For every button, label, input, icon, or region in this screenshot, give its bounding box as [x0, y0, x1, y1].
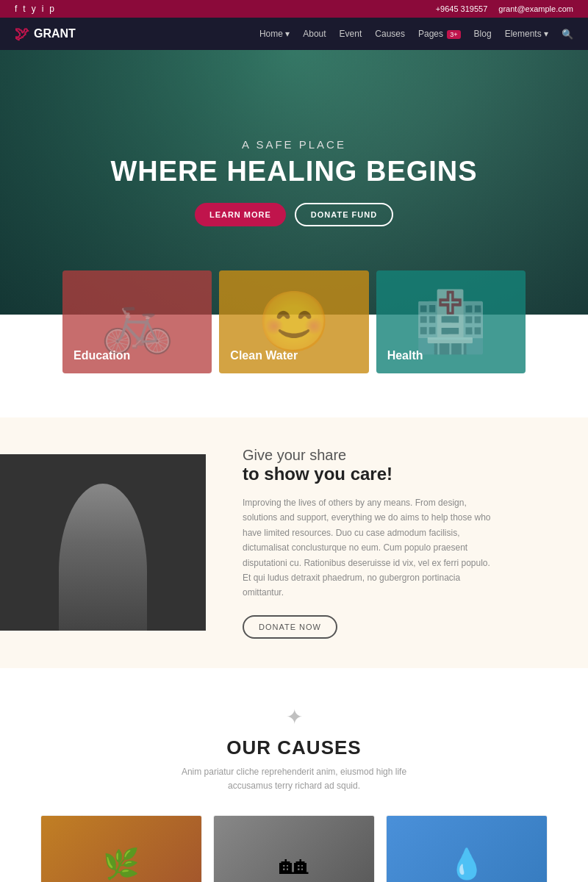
phone-number: +9645 319557 [436, 4, 488, 13]
search-icon[interactable]: 🔍 [562, 29, 573, 40]
instagram-icon[interactable]: i [42, 4, 44, 14]
cause-item-3[interactable]: 💧 68% Get a head start. Donoation Collec… [386, 815, 548, 882]
cause-card-health[interactable]: 🏥 Health [376, 270, 526, 373]
learn-more-button[interactable]: LEARN MORE [195, 203, 286, 226]
social-icons: f t y i p [15, 4, 54, 14]
facebook-icon[interactable]: f [15, 4, 17, 14]
nav-home[interactable]: Home ▾ [259, 29, 290, 39]
youtube-icon[interactable]: y [32, 4, 36, 14]
email-address: grant@example.com [498, 4, 573, 13]
health-label: Health [387, 349, 423, 362]
nav-elements[interactable]: Elements ▾ [505, 29, 548, 39]
pinterest-icon[interactable]: p [49, 4, 54, 14]
causes-section-icon: ✦ [29, 705, 559, 729]
cause-card-education[interactable]: 🚲 Education [62, 270, 212, 373]
child-silhouette [59, 484, 147, 631]
nav-causes[interactable]: Causes [375, 29, 405, 39]
causes-section-description: Anim pariatur cliche reprehenderit anim,… [169, 765, 419, 793]
causes-section: ✦ OUR CAUSES Anim pariatur cliche repreh… [0, 668, 588, 882]
share-image [0, 454, 206, 631]
nav-event[interactable]: Event [340, 29, 362, 39]
cause-item-2[interactable]: 🏘 75% Give so Others can live. Donoation… [213, 815, 375, 882]
cause-cards: 🚲 Education 😊 Clean Water 🏥 Health [59, 270, 529, 373]
causes-grid: 🌿 82% Save AFRICA'S children. Donoation … [29, 815, 559, 882]
share-section: Give your share to show you care! Improv… [0, 417, 588, 668]
share-content: Give your share to show you care! Improv… [206, 417, 588, 668]
nav-blog[interactable]: Blog [474, 29, 492, 39]
brand-logo[interactable]: 🕊 GRANT [15, 26, 76, 43]
education-label: Education [74, 349, 130, 362]
share-tagline-text: Give your share [243, 447, 346, 463]
brand-name: GRANT [34, 27, 76, 40]
share-description: Improving the lives of others by any mea… [243, 495, 500, 600]
cause-image-2: 🏘 [214, 816, 374, 882]
cause-image-3: 💧 [387, 816, 547, 882]
share-tagline-strong: to show you care! [243, 464, 392, 484]
brand-icon: 🕊 [15, 26, 29, 43]
hero-content: A SAFE PLACE WHERE HEALING BEGINS LEARN … [110, 138, 477, 227]
navbar: 🕊 GRANT Home ▾ About Event Causes Pages … [0, 18, 588, 50]
cause-image-1: 🌿 [41, 816, 201, 882]
donate-fund-button[interactable]: DONATE FUND [295, 203, 393, 226]
top-bar: f t y i p +9645 319557 grant@example.com [0, 0, 588, 18]
hero-buttons: LEARN MORE DONATE FUND [110, 203, 477, 226]
pages-badge: 3+ [447, 30, 460, 39]
causes-section-title: OUR CAUSES [29, 736, 559, 759]
donate-now-button[interactable]: DONATE NOW [243, 615, 337, 639]
nav-pages[interactable]: Pages 3+ [418, 29, 461, 39]
hero-title: WHERE HEALING BEGINS [110, 157, 477, 187]
cause-item-1[interactable]: 🌿 82% Save AFRICA'S children. Donoation … [40, 815, 202, 882]
contact-info: +9645 319557 grant@example.com [436, 4, 573, 13]
twitter-icon[interactable]: t [23, 4, 25, 14]
hero-subtitle: A SAFE PLACE [110, 138, 477, 151]
water-label: Clean Water [230, 349, 298, 362]
nav-menu: Home ▾ About Event Causes Pages 3+ Blog … [259, 29, 573, 40]
nav-about[interactable]: About [303, 29, 326, 39]
cause-card-water[interactable]: 😊 Clean Water [219, 270, 368, 373]
share-tagline: Give your share to show you care! [243, 447, 551, 484]
